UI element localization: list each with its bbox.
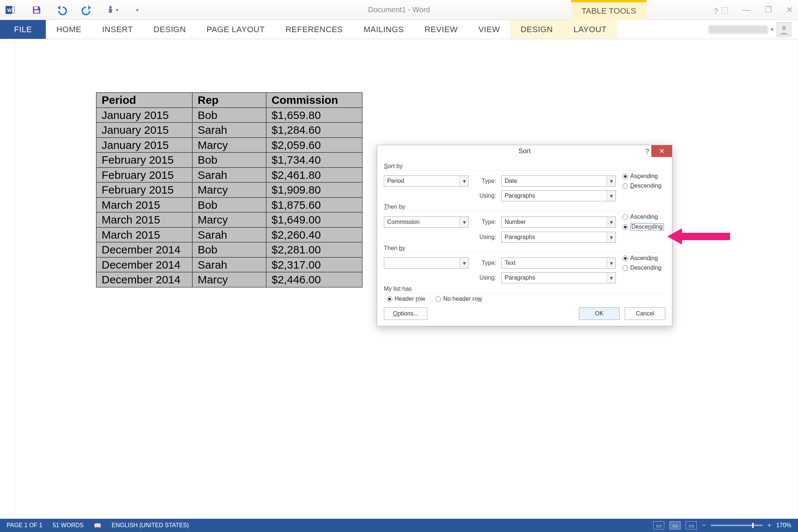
sort2-ascending-radio[interactable]: Ascending bbox=[623, 214, 664, 220]
dialog-help-icon[interactable]: ? bbox=[645, 147, 649, 156]
table-cell[interactable]: Bob bbox=[192, 108, 266, 123]
sort3-column-combo[interactable]: ▾ bbox=[384, 258, 469, 269]
table-cell[interactable]: Marcy bbox=[192, 212, 266, 228]
table-cell[interactable]: Sarah bbox=[192, 257, 266, 272]
sort3-type-combo[interactable]: Text▾ bbox=[501, 258, 616, 269]
sort1-type-combo[interactable]: Date▾ bbox=[501, 175, 616, 187]
zoom-slider[interactable] bbox=[711, 525, 763, 526]
table-cell[interactable]: March 2015 bbox=[96, 212, 192, 228]
sort1-ascending-radio[interactable]: Ascending bbox=[623, 173, 662, 180]
chevron-down-icon[interactable]: ▾ bbox=[607, 232, 615, 242]
table-row[interactable]: March 2015Sarah$2,260.40 bbox=[96, 227, 362, 242]
chevron-down-icon[interactable]: ▾ bbox=[607, 191, 615, 201]
dialog-titlebar[interactable]: Sort ? ✕ bbox=[377, 145, 672, 157]
tab-home[interactable]: HOME bbox=[46, 20, 92, 39]
tab-file[interactable]: FILE bbox=[0, 20, 46, 39]
table-cell[interactable]: Bob bbox=[192, 242, 266, 258]
table-cell[interactable]: $1,909.80 bbox=[266, 183, 362, 198]
minimize-icon[interactable]: — bbox=[743, 5, 751, 15]
sort2-type-combo[interactable]: Number▾ bbox=[501, 216, 616, 228]
chevron-down-icon[interactable]: ▾ bbox=[460, 217, 468, 227]
touch-mode-icon[interactable]: ▾ bbox=[106, 4, 118, 16]
table-cell[interactable]: January 2015 bbox=[96, 108, 192, 123]
print-layout-icon[interactable]: ▭ bbox=[669, 521, 681, 529]
tab-table-design[interactable]: DESIGN bbox=[510, 20, 563, 39]
th-period[interactable]: Period bbox=[96, 93, 192, 108]
status-words[interactable]: 51 WORDS bbox=[53, 522, 84, 529]
close-icon[interactable]: ✕ bbox=[786, 5, 793, 15]
table-cell[interactable]: February 2015 bbox=[96, 183, 192, 198]
chevron-down-icon[interactable]: ▾ bbox=[607, 258, 615, 268]
help-icon[interactable]: ? bbox=[714, 7, 718, 16]
sort3-using-combo[interactable]: Paragraphs▾ bbox=[501, 272, 616, 283]
chevron-down-icon[interactable]: ▾ bbox=[607, 176, 615, 186]
table-row[interactable]: February 2015Sarah$2,461.80 bbox=[96, 167, 362, 183]
table-row[interactable]: January 2015Bob$1,659.80 bbox=[96, 108, 362, 123]
table-cell[interactable]: January 2015 bbox=[96, 123, 192, 138]
table-cell[interactable]: $2,281.00 bbox=[266, 242, 362, 258]
sort3-ascending-radio[interactable]: Ascending bbox=[623, 255, 662, 262]
table-cell[interactable]: $1,875.60 bbox=[266, 197, 362, 212]
status-page[interactable]: PAGE 1 OF 1 bbox=[7, 522, 42, 529]
table-cell[interactable]: Sarah bbox=[192, 167, 266, 183]
th-commission[interactable]: Commission bbox=[266, 93, 362, 108]
table-row[interactable]: February 2015Bob$1,734.40 bbox=[96, 153, 362, 168]
table-cell[interactable]: Marcy bbox=[192, 183, 266, 198]
ok-button[interactable]: OK bbox=[579, 307, 620, 320]
tab-design[interactable]: DESIGN bbox=[143, 20, 196, 39]
table-cell[interactable]: December 2014 bbox=[96, 242, 192, 258]
table-row[interactable]: January 2015Marcy$2,059.60 bbox=[96, 137, 362, 153]
tab-view[interactable]: VIEW bbox=[468, 20, 510, 39]
zoom-level[interactable]: 170% bbox=[776, 522, 791, 529]
header-row-radio[interactable]: Header row bbox=[387, 296, 425, 302]
table-cell[interactable]: March 2015 bbox=[96, 197, 192, 212]
table-row[interactable]: December 2014Sarah$2,317.00 bbox=[96, 257, 362, 272]
proofing-icon[interactable]: 📖 bbox=[94, 522, 101, 529]
restore-icon[interactable]: ❐ bbox=[765, 5, 772, 15]
zoom-out-icon[interactable]: − bbox=[702, 522, 705, 529]
redo-icon[interactable] bbox=[81, 4, 93, 16]
chevron-down-icon[interactable]: ▾ bbox=[460, 176, 468, 186]
tab-review[interactable]: REVIEW bbox=[414, 20, 468, 39]
cancel-button[interactable]: Cancel bbox=[625, 307, 665, 320]
table-cell[interactable]: $1,649.00 bbox=[266, 212, 362, 228]
chevron-down-icon[interactable]: ▾ bbox=[607, 217, 615, 227]
qat-customize-icon[interactable]: ▾ bbox=[131, 4, 143, 16]
tab-insert[interactable]: INSERT bbox=[92, 20, 143, 39]
status-language[interactable]: ENGLISH (UNITED STATES) bbox=[112, 522, 189, 529]
sort1-column-combo[interactable]: Period▾ bbox=[384, 175, 469, 187]
dialog-close-icon[interactable]: ✕ bbox=[651, 145, 672, 157]
read-mode-icon[interactable]: ▭ bbox=[653, 521, 664, 529]
chevron-down-icon[interactable]: ▾ bbox=[460, 258, 468, 268]
table-cell[interactable]: January 2015 bbox=[96, 137, 192, 153]
table-cell[interactable]: Bob bbox=[192, 197, 266, 212]
sort2-descending-radio[interactable]: Descending bbox=[623, 223, 664, 231]
sort2-using-combo[interactable]: Paragraphs▾ bbox=[501, 232, 616, 243]
table-cell[interactable]: $1,284.60 bbox=[266, 123, 362, 138]
th-rep[interactable]: Rep bbox=[192, 93, 266, 108]
ribbon-display-icon[interactable]: ⬚ bbox=[721, 5, 729, 15]
table-cell[interactable]: February 2015 bbox=[96, 153, 192, 168]
tab-page-layout[interactable]: PAGE LAYOUT bbox=[196, 20, 275, 39]
undo-icon[interactable] bbox=[55, 4, 68, 16]
chevron-down-icon[interactable]: ▾ bbox=[607, 273, 615, 283]
table-row[interactable]: February 2015Marcy$1,909.80 bbox=[96, 183, 362, 198]
commission-table[interactable]: Period Rep Commission January 2015Bob$1,… bbox=[96, 92, 362, 287]
table-cell[interactable]: $2,059.60 bbox=[266, 137, 362, 153]
no-header-row-radio[interactable]: No header row bbox=[436, 296, 482, 302]
web-layout-icon[interactable]: ▭ bbox=[686, 521, 697, 529]
table-cell[interactable]: $2,461.80 bbox=[266, 167, 362, 183]
table-cell[interactable]: $2,260.40 bbox=[266, 227, 362, 242]
table-cell[interactable]: February 2015 bbox=[96, 167, 192, 183]
table-cell[interactable]: $1,734.40 bbox=[266, 153, 362, 168]
table-cell[interactable]: December 2014 bbox=[96, 257, 192, 272]
zoom-in-icon[interactable]: + bbox=[768, 522, 771, 529]
table-cell[interactable]: Bob bbox=[192, 153, 266, 168]
tab-mailings[interactable]: MAILINGS bbox=[353, 20, 414, 39]
tab-table-layout[interactable]: LAYOUT bbox=[563, 20, 617, 39]
table-row[interactable]: January 2015Sarah$1,284.60 bbox=[96, 123, 362, 138]
table-cell[interactable]: March 2015 bbox=[96, 227, 192, 242]
options-button[interactable]: Options... bbox=[384, 307, 427, 320]
table-row[interactable]: December 2014Bob$2,281.00 bbox=[96, 242, 362, 258]
sort1-descending-radio[interactable]: Descending bbox=[623, 183, 662, 189]
